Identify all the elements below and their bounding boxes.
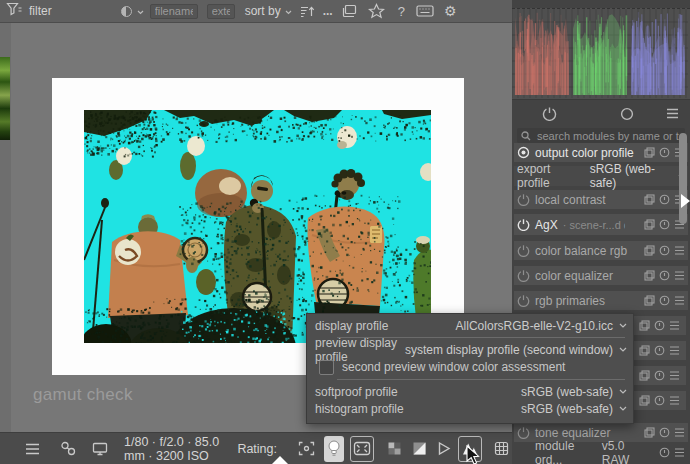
reset-icon[interactable] xyxy=(654,370,665,381)
panel-collapse-arrow[interactable] xyxy=(681,194,690,208)
edited-photo-gamut-check[interactable] xyxy=(84,110,431,343)
multi-instance-icon[interactable] xyxy=(644,194,655,205)
shortcuts-button[interactable] xyxy=(416,5,434,17)
sort-by-label[interactable]: sort by xyxy=(245,4,281,18)
presets-icon[interactable] xyxy=(674,428,685,437)
color-label-purple-button[interactable] xyxy=(96,6,107,17)
help-button[interactable]: ? xyxy=(398,4,405,19)
multi-instance-icon[interactable] xyxy=(639,370,650,381)
monitor-icon xyxy=(92,442,108,456)
panel-menu-button[interactable] xyxy=(25,443,40,455)
module-color-equalizer[interactable]: color equalizer xyxy=(514,266,688,285)
module-row-partial[interactable] xyxy=(634,366,686,385)
color-label-toggle-button[interactable] xyxy=(118,6,132,17)
grouping-button[interactable] xyxy=(341,4,357,18)
power-icon[interactable] xyxy=(517,244,530,257)
power-icon[interactable] xyxy=(517,294,530,307)
module-rgb-primaries[interactable]: rgb primaries xyxy=(514,291,688,310)
presets-icon[interactable] xyxy=(674,296,685,305)
color-label-yellow-button[interactable] xyxy=(63,6,74,17)
module-row-partial[interactable] xyxy=(634,391,686,410)
power-icon[interactable] xyxy=(517,193,530,206)
module-output-color-profile[interactable]: output color profile xyxy=(514,143,688,162)
multi-instance-icon[interactable] xyxy=(639,345,650,356)
reset-icon[interactable] xyxy=(654,395,665,406)
overexposure-button[interactable] xyxy=(384,436,405,462)
more-options-button[interactable]: ... xyxy=(323,4,333,18)
module-search-input[interactable] xyxy=(535,129,681,143)
display-profile-popup: display profile AllColorsRGB-elle-V2-g10… xyxy=(306,313,634,424)
power-icon[interactable] xyxy=(517,218,530,231)
presets-icon[interactable] xyxy=(674,448,685,457)
preview-display-profile-row[interactable]: preview display profile system display p… xyxy=(315,341,627,358)
color-label-gray-button[interactable] xyxy=(107,6,118,17)
module-row-partial[interactable] xyxy=(634,316,686,335)
panel-scrollbar[interactable] xyxy=(679,133,687,224)
reset-icon[interactable] xyxy=(659,270,670,281)
histogram-profile-row[interactable]: histogram profile sRGB (web-safe) xyxy=(315,400,627,417)
color-label-red-button[interactable] xyxy=(52,6,63,17)
scope-menu-button[interactable] xyxy=(666,108,679,119)
reset-icon[interactable] xyxy=(659,194,670,205)
multi-instance-icon[interactable] xyxy=(644,245,655,256)
full-preview-button[interactable] xyxy=(350,436,374,462)
second-preview-checkbox-row[interactable]: second preview window color assessment xyxy=(315,358,627,376)
second-window-button[interactable] xyxy=(92,442,108,456)
presets-icon[interactable] xyxy=(674,246,685,255)
multi-instance-icon[interactable] xyxy=(644,147,655,158)
focus-peaking-icon xyxy=(298,441,315,456)
sort-by-chevron-icon[interactable] xyxy=(285,4,292,18)
module-row-partial[interactable] xyxy=(634,341,686,360)
display-profile-row[interactable]: display profile AllColorsRGB-elle-V2-g10… xyxy=(315,317,627,334)
scope-power-button[interactable] xyxy=(542,106,557,121)
reset-icon[interactable] xyxy=(654,320,665,331)
multi-instance-icon[interactable] xyxy=(644,270,655,281)
presets-icon[interactable] xyxy=(669,396,680,405)
color-assessment-button[interactable] xyxy=(324,436,344,462)
reset-icon[interactable] xyxy=(659,295,670,306)
raw-overexposure-button[interactable] xyxy=(409,436,430,462)
reset-icon[interactable] xyxy=(659,447,670,458)
filename-input[interactable] xyxy=(150,4,198,19)
softproof-button[interactable] xyxy=(434,436,454,462)
multi-instance-icon[interactable] xyxy=(644,427,655,438)
scope-mode-button[interactable] xyxy=(620,107,634,121)
module-search[interactable] xyxy=(517,128,685,143)
export-profile-combobox[interactable]: export profile sRGB (web-safe) xyxy=(514,166,688,186)
reset-icon[interactable] xyxy=(659,427,670,438)
color-label-green-button[interactable] xyxy=(74,6,85,17)
multi-instance-icon[interactable] xyxy=(639,395,650,406)
scope-controls xyxy=(512,101,690,126)
extension-input[interactable] xyxy=(207,4,235,19)
module-color-balance-rgb[interactable]: color balance rgb xyxy=(514,241,688,260)
presets-icon[interactable] xyxy=(669,321,680,330)
module-order-row[interactable]: module ord... v5.0 RAW xyxy=(514,443,688,462)
presets-icon[interactable] xyxy=(674,271,685,280)
sort-direction-button[interactable] xyxy=(300,4,315,18)
rating-label[interactable]: Rating: xyxy=(237,442,277,456)
preferences-button[interactable]: ⚙ xyxy=(444,3,457,19)
overlays-button[interactable] xyxy=(368,3,385,19)
reset-icon[interactable] xyxy=(654,345,665,356)
module-local-contrast[interactable]: local contrast xyxy=(514,190,688,209)
reset-icon[interactable] xyxy=(659,245,670,256)
power-icon[interactable] xyxy=(517,426,530,439)
power-icon[interactable] xyxy=(517,269,530,282)
multi-instance-icon[interactable] xyxy=(639,320,650,331)
styles-button[interactable] xyxy=(60,441,76,456)
histogram-scope[interactable] xyxy=(512,8,690,100)
reset-icon[interactable] xyxy=(659,219,670,230)
multi-instance-icon[interactable] xyxy=(644,295,655,306)
focus-peaking-button[interactable] xyxy=(295,436,318,462)
presets-icon[interactable] xyxy=(669,346,680,355)
presets-icon[interactable] xyxy=(669,371,680,380)
checkbox[interactable] xyxy=(319,360,334,375)
chevron-down-icon[interactable] xyxy=(137,4,144,18)
reset-icon[interactable] xyxy=(659,147,670,158)
softproof-profile-row[interactable]: softproof profile sRGB (web-safe) xyxy=(315,383,627,400)
multi-instance-icon[interactable] xyxy=(644,219,655,230)
filmstrip-expander-arrow[interactable] xyxy=(272,456,288,464)
module-agx[interactable]: AgX · scene-r...d default xyxy=(514,214,688,235)
guides-button[interactable] xyxy=(491,436,512,462)
color-label-blue-button[interactable] xyxy=(85,6,96,17)
